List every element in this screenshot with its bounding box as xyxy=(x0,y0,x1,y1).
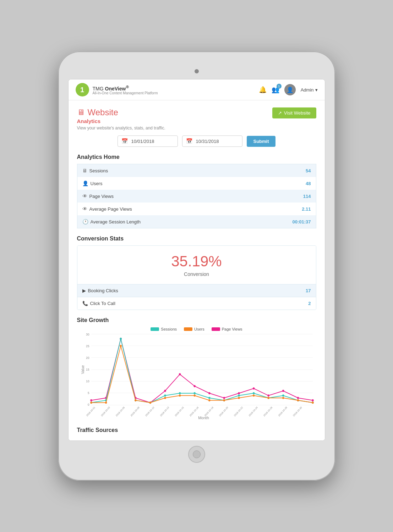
svg-text:2018-10-28: 2018-10-28 xyxy=(278,406,288,417)
table-row: 👁Page Views 114 xyxy=(77,190,316,203)
svg-point-47 xyxy=(105,401,107,404)
legend-sessions-label: Sessions xyxy=(161,327,177,331)
svg-point-37 xyxy=(193,392,196,394)
svg-point-27 xyxy=(282,390,284,392)
page-title-section: 🖥 Website Analytics View your website's … xyxy=(77,107,165,131)
admin-label: Admin ▾ xyxy=(301,87,318,93)
avg-pageviews-value: 2.11 xyxy=(246,203,316,215)
tablet-screen: 1 TMG OneView® All-In-One Content Manage… xyxy=(68,79,325,441)
svg-text:2018-10-13: 2018-10-13 xyxy=(159,406,169,417)
svg-text:2018-10-24: 2018-10-24 xyxy=(248,406,258,417)
tablet-camera xyxy=(195,69,199,73)
submit-button[interactable]: Submit xyxy=(247,136,275,147)
svg-point-41 xyxy=(252,392,255,394)
booking-value: 17 xyxy=(306,288,311,293)
svg-point-58 xyxy=(267,397,269,399)
pageviews-value: 114 xyxy=(246,190,316,203)
svg-point-14 xyxy=(90,399,92,401)
end-date-input[interactable] xyxy=(196,139,239,144)
svg-text:2018-10-20: 2018-10-20 xyxy=(218,406,228,417)
svg-text:2018-10-18: 2018-10-18 xyxy=(204,406,214,417)
svg-point-61 xyxy=(312,401,314,404)
svg-text:2018-10-15: 2018-10-15 xyxy=(174,406,184,417)
conversion-label: Conversion xyxy=(84,271,309,277)
booking-label: ▶Booking Clicks xyxy=(82,288,118,293)
svg-text:2018-10-30: 2018-10-30 xyxy=(292,406,302,417)
site-growth-title: Site Growth xyxy=(77,317,316,323)
bell-icon[interactable]: 🔔 xyxy=(259,86,267,94)
svg-point-49 xyxy=(135,399,137,401)
chevron-down-icon: ▾ xyxy=(315,87,318,93)
logo-text: TMG OneView® All-In-One Content Manageme… xyxy=(93,84,158,95)
monitor-icon: 🖥 xyxy=(77,108,85,117)
svg-text:2018-10-16: 2018-10-16 xyxy=(189,406,199,417)
svg-text:10: 10 xyxy=(86,379,89,383)
svg-point-24 xyxy=(238,392,240,394)
clock-icon: 🕐 xyxy=(82,219,88,225)
line-chart: 30 25 20 15 10 5 0 xyxy=(91,334,313,405)
svg-text:5: 5 xyxy=(87,391,89,395)
tablet-frame: 1 TMG OneView® All-In-One Content Manage… xyxy=(58,51,335,481)
conversion-highlight: 35.19% Conversion xyxy=(77,246,316,284)
svg-point-51 xyxy=(164,397,166,399)
external-link-icon: ↗ xyxy=(278,110,282,116)
svg-text:2018-10-03: 2018-10-03 xyxy=(100,406,110,417)
svg-text:2018-10-26: 2018-10-26 xyxy=(263,406,273,417)
users-icon[interactable]: 👥 1 xyxy=(272,86,279,94)
users-label: 👤Users xyxy=(77,177,246,190)
svg-text:2018-10-22: 2018-10-22 xyxy=(233,406,243,417)
traffic-sources-section: Traffic Sources xyxy=(77,427,316,433)
svg-point-22 xyxy=(208,392,211,394)
pageviews-label: 👁Page Views xyxy=(77,190,246,203)
svg-point-43 xyxy=(282,394,284,397)
svg-point-21 xyxy=(193,385,196,387)
monitor-icon: 🖥 xyxy=(82,168,87,173)
svg-point-56 xyxy=(238,397,240,399)
home-button[interactable] xyxy=(188,446,205,463)
svg-point-52 xyxy=(179,394,181,397)
start-date-input[interactable] xyxy=(131,139,174,144)
legend-users-label: Users xyxy=(194,327,204,331)
app-subtitle: All-In-One Content Management Platform xyxy=(93,91,158,95)
svg-point-35 xyxy=(164,394,166,397)
cursor-icon: ▶ xyxy=(82,288,86,293)
svg-point-19 xyxy=(164,390,166,392)
svg-point-40 xyxy=(238,394,240,397)
page-subtitle: Analytics xyxy=(77,118,165,124)
svg-text:20: 20 xyxy=(86,356,89,360)
svg-point-60 xyxy=(297,399,299,401)
page-header: 🖥 Website Analytics View your website's … xyxy=(77,107,316,131)
svg-text:30: 30 xyxy=(86,333,89,336)
call-label: 📞Click To Call xyxy=(82,301,115,306)
svg-point-54 xyxy=(208,399,211,401)
conversion-stats-title: Conversion Stats xyxy=(77,235,316,242)
svg-point-38 xyxy=(208,397,211,399)
users-color xyxy=(184,327,192,331)
conversion-box: 35.19% Conversion ▶Booking Clicks 17 📞Cl… xyxy=(77,245,316,310)
svg-point-48 xyxy=(120,345,122,347)
svg-point-20 xyxy=(179,373,181,375)
sessions-value: 54 xyxy=(246,164,316,177)
call-value: 2 xyxy=(308,301,311,306)
header-icons: 🔔 👥 1 👤 Admin ▾ xyxy=(259,84,318,95)
avatar[interactable]: 👤 xyxy=(284,84,296,95)
svg-point-23 xyxy=(223,397,225,399)
legend-pageviews-label: Page Views xyxy=(222,327,242,331)
avg-pageviews-label: 👁Average Page Views xyxy=(77,203,246,215)
visit-website-button[interactable]: ↗ Visit Website xyxy=(272,107,316,118)
svg-text:2018-10-01: 2018-10-01 xyxy=(86,406,95,417)
page-description: View your website's analytics, stats, an… xyxy=(77,126,165,131)
app-name: TMG OneView® xyxy=(93,84,158,92)
pageviews-line xyxy=(91,339,313,403)
table-row: 👁Average Page Views 2.11 xyxy=(77,203,316,215)
eye-icon: 👁 xyxy=(82,193,87,199)
svg-text:2018-10-10: 2018-10-10 xyxy=(144,406,154,417)
analytics-home-title: Analytics Home xyxy=(77,154,316,160)
main-content: 🖥 Website Analytics View your website's … xyxy=(69,100,325,440)
svg-text:15: 15 xyxy=(86,368,89,371)
user-icon: 👤 xyxy=(82,181,88,186)
svg-point-26 xyxy=(267,394,269,397)
y-axis-label: Value xyxy=(81,365,84,374)
table-row: 🖥Sessions 54 xyxy=(77,164,316,177)
calendar-start-icon: 📅 xyxy=(121,138,128,144)
